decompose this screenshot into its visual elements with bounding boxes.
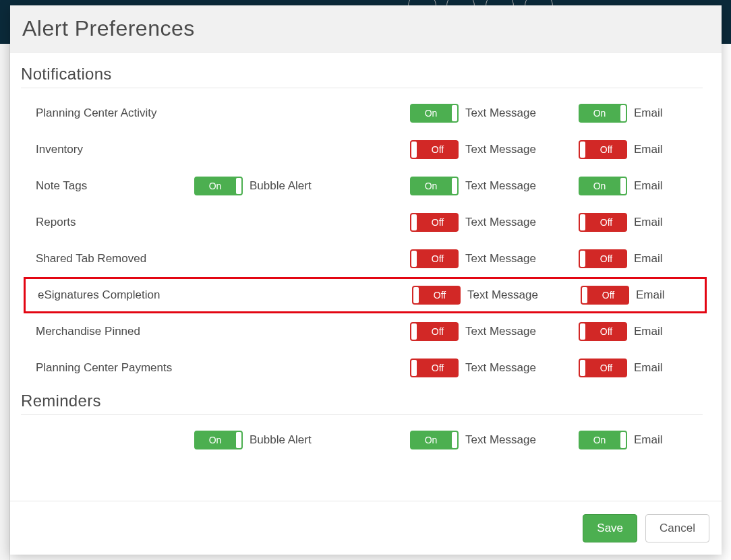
- preference-row: Planning Center PaymentsOffText MessageO…: [21, 350, 703, 386]
- toggle-cell-email: OnEmail: [579, 431, 703, 449]
- toggle-handle: [411, 323, 417, 340]
- toggle-cell-text-message: OffText Message: [412, 286, 581, 305]
- toggle-handle: [452, 105, 457, 121]
- toggle-cell-text-message: OnText Message: [410, 177, 579, 195]
- email-label: Email: [634, 325, 663, 338]
- toggle-cell-text-message: OffText Message: [410, 249, 579, 268]
- email-label: Email: [634, 433, 663, 447]
- toggle-handle: [452, 432, 457, 448]
- toggle-cell-email: OffEmail: [579, 140, 703, 159]
- toggle-handle: [413, 287, 419, 303]
- preference-name: Merchandise Pinned: [36, 325, 194, 338]
- toggle-cell-email: OffEmail: [579, 322, 703, 341]
- toggle-state-label: Off: [579, 326, 627, 337]
- toggle-handle: [620, 105, 626, 121]
- email-label: Email: [634, 361, 663, 375]
- preference-name: Shared Tab Removed: [36, 252, 194, 266]
- toggle-state-label: Off: [410, 253, 459, 264]
- text-message-label: Text Message: [465, 433, 536, 447]
- toggle-email[interactable]: Off: [579, 322, 627, 341]
- toggle-email[interactable]: On: [579, 177, 627, 195]
- toggle-text-message[interactable]: Off: [410, 213, 459, 232]
- toggle-handle: [580, 360, 585, 376]
- background-sidebar-sliver: [0, 44, 10, 560]
- toggle-text-message[interactable]: Off: [410, 322, 459, 341]
- toggle-state-label: Off: [579, 217, 627, 228]
- email-label: Email: [634, 216, 663, 229]
- preference-row: Merchandise PinnedOffText MessageOffEmai…: [21, 313, 703, 350]
- toggle-cell-text-message: OffText Message: [410, 213, 579, 232]
- toggle-cell-bubble-alert: OnBubble Alert: [194, 431, 410, 449]
- preference-name: Planning Center Payments: [36, 361, 194, 375]
- toggle-text-message[interactable]: Off: [412, 286, 461, 305]
- text-message-label: Text Message: [465, 143, 536, 156]
- toggle-email[interactable]: Off: [579, 359, 627, 377]
- toggle-state-label: Off: [579, 253, 627, 264]
- toggle-handle: [620, 178, 626, 194]
- preference-name: eSignatures Completion: [38, 288, 196, 302]
- toggle-cell-bubble-alert: OnBubble Alert: [194, 177, 410, 195]
- email-label: Email: [634, 106, 663, 120]
- text-message-label: Text Message: [465, 179, 536, 193]
- save-button[interactable]: Save: [583, 514, 637, 542]
- preference-row: ReportsOffText MessageOffEmail: [21, 204, 703, 241]
- toggle-state-label: Off: [579, 363, 627, 373]
- toggle-handle: [580, 251, 585, 267]
- preference-row: Shared Tab RemovedOffText MessageOffEmai…: [21, 241, 703, 277]
- text-message-label: Text Message: [465, 216, 536, 229]
- bubble-alert-label: Bubble Alert: [250, 179, 312, 193]
- toggle-state-label: Off: [579, 144, 627, 155]
- toggle-email[interactable]: Off: [579, 249, 627, 268]
- section-header: Notifications: [21, 59, 703, 88]
- toggle-state-label: Off: [410, 326, 459, 337]
- toggle-handle: [580, 214, 585, 230]
- section-header: Reminders: [21, 386, 703, 415]
- toggle-state-label: Off: [581, 290, 629, 301]
- toggle-cell-text-message: OffText Message: [410, 140, 579, 159]
- preference-row: Note TagsOnBubble AlertOnText MessageOnE…: [21, 168, 703, 204]
- preference-name: Planning Center Activity: [36, 106, 194, 120]
- preference-name: Reports: [36, 216, 194, 229]
- toggle-cell-email: OffEmail: [579, 359, 703, 377]
- toggle-handle: [620, 432, 626, 448]
- text-message-label: Text Message: [465, 361, 536, 375]
- cancel-button[interactable]: Cancel: [645, 514, 709, 542]
- toggle-state-label: Off: [410, 144, 459, 155]
- toggle-text-message[interactable]: Off: [410, 359, 459, 377]
- email-label: Email: [634, 179, 663, 193]
- preference-name: Inventory: [36, 143, 194, 156]
- toggle-email[interactable]: Off: [581, 286, 629, 305]
- toggle-text-message[interactable]: On: [410, 104, 459, 123]
- email-label: Email: [634, 143, 663, 156]
- toggle-handle: [582, 287, 587, 303]
- toggle-text-message[interactable]: Off: [410, 249, 459, 268]
- toggle-bubble-alert[interactable]: On: [194, 177, 243, 195]
- text-message-label: Text Message: [465, 106, 536, 120]
- toggle-handle: [452, 178, 457, 194]
- dialog-scroll-area[interactable]: NotificationsPlanning Center ActivityOnT…: [10, 53, 722, 501]
- preference-name: Note Tags: [36, 179, 194, 193]
- toggle-cell-text-message: OffText Message: [410, 322, 579, 341]
- toggle-email[interactable]: On: [579, 431, 627, 449]
- text-message-label: Text Message: [465, 252, 536, 266]
- dialog-title: Alert Preferences: [22, 16, 195, 41]
- toggle-handle: [411, 214, 417, 230]
- toggle-handle: [411, 360, 417, 376]
- toggle-email[interactable]: On: [579, 104, 627, 123]
- toggle-handle: [580, 142, 585, 158]
- toggle-cell-email: OnEmail: [579, 177, 703, 195]
- toggle-bubble-alert[interactable]: On: [194, 431, 243, 449]
- toggle-text-message[interactable]: On: [410, 431, 459, 449]
- toggle-text-message[interactable]: Off: [410, 140, 459, 159]
- dialog-footer: Save Cancel: [10, 501, 722, 555]
- toggle-handle: [580, 323, 585, 340]
- email-label: Email: [634, 252, 663, 266]
- toggle-handle: [411, 251, 417, 267]
- toggle-email[interactable]: Off: [579, 140, 627, 159]
- toggle-cell-email: OffEmail: [579, 213, 703, 232]
- bubble-alert-label: Bubble Alert: [250, 433, 312, 447]
- toggle-email[interactable]: Off: [579, 213, 627, 232]
- toggle-handle: [236, 178, 241, 194]
- toggle-text-message[interactable]: On: [410, 177, 459, 195]
- dialog-header: Alert Preferences: [10, 5, 722, 53]
